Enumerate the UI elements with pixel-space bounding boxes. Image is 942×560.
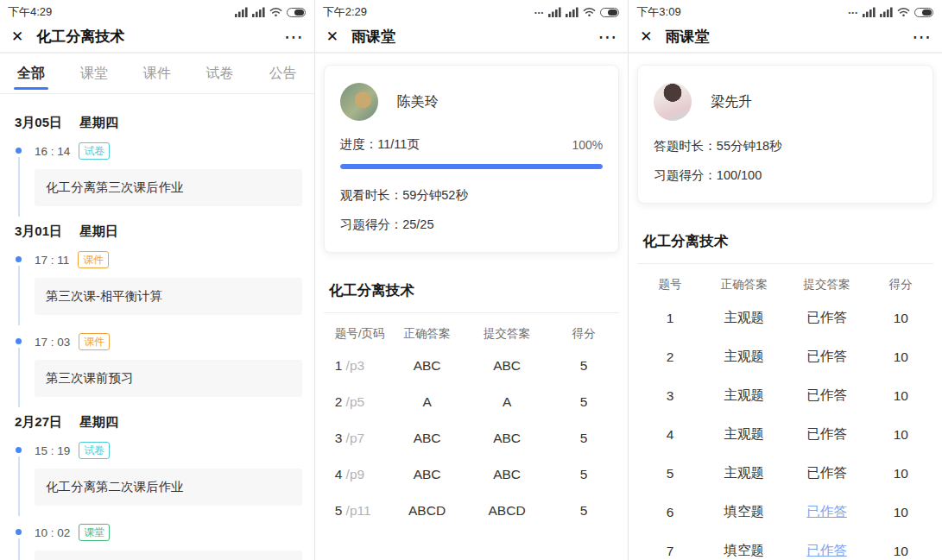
more-menu-icon[interactable]: ⋯	[284, 32, 303, 41]
correct-answer-cell: ABCD	[389, 503, 465, 519]
table-row: 5主观题已作答10	[637, 454, 933, 493]
score-cell: 5	[548, 503, 619, 519]
event-title[interactable]: 第三次课-相平衡计算	[35, 278, 302, 315]
table-row: 4 /p9ABCABC5	[324, 456, 620, 493]
question-number-cell: 7	[637, 544, 702, 559]
more-menu-icon[interactable]: ⋯	[912, 32, 931, 41]
more-status-icon: •••	[534, 9, 544, 16]
page-ref: /p7	[346, 431, 365, 445]
answer-time: 答题时长：55分钟18秒	[654, 138, 917, 154]
weekday-text: 星期日	[79, 223, 118, 240]
question-number: 2	[335, 394, 346, 409]
signal-icon	[566, 7, 578, 17]
table-row: 1主观题已作答10	[637, 299, 933, 337]
submitted-answer-cell: ABC	[465, 467, 548, 482]
tab-公告[interactable]: 公告	[269, 53, 297, 93]
event-time: 17 : 03	[35, 336, 70, 349]
avatar	[340, 83, 378, 121]
timeline-item: 17 : 03课件第三次课前预习	[12, 332, 302, 397]
page-ref: /p11	[346, 503, 371, 518]
submitted-answer-cell: ABC	[465, 431, 548, 446]
exercise-score: 习题得分：100/100	[654, 167, 917, 184]
tab-全部[interactable]: 全部	[17, 53, 45, 93]
timeline-date-heading: 3月05日星期四	[15, 115, 302, 131]
col-header: 提交答案	[786, 277, 869, 293]
nav-bar: ✕ 雨课堂 ⋯	[315, 21, 629, 53]
exam-questions-table: 题号正确答案提交答案得分1主观题已作答102主观题已作答103主观题已作答104…	[637, 263, 933, 560]
col-header: 题号/页码	[324, 326, 389, 342]
status-time: 下午2:29	[323, 4, 367, 20]
submitted-answer-cell[interactable]: 已作答	[786, 542, 869, 560]
question-number: 3	[335, 431, 346, 445]
screen-course-timeline: 下午4:29 ✕ 化工分离技术 ⋯ 全部课堂课件试卷公告 3月05日星期四16 …	[0, 0, 314, 560]
signal-icon	[880, 7, 893, 17]
question-number: 1	[335, 358, 346, 373]
score-cell: 10	[869, 427, 933, 443]
score-cell: 10	[869, 388, 933, 404]
score-cell: 5	[548, 467, 619, 482]
timeline-item: 17 : 11课件第三次课-相平衡计算	[12, 250, 302, 315]
wifi-icon	[897, 7, 910, 17]
date-text: 3月01日	[15, 223, 62, 240]
nav-bar: ✕ 雨课堂 ⋯	[629, 21, 942, 53]
timeline-date-heading: 3月01日星期日	[15, 223, 302, 240]
page-title: 化工分离技术	[36, 27, 124, 47]
progress-label: 进度：11/11页	[340, 136, 420, 153]
nav-bar: ✕ 化工分离技术 ⋯	[0, 21, 314, 53]
event-type-badge: 试卷	[79, 142, 110, 160]
tab-课件[interactable]: 课件	[143, 53, 171, 93]
close-icon[interactable]: ✕	[640, 29, 652, 44]
submitted-answer-cell: ABCD	[465, 503, 548, 519]
tab-课堂[interactable]: 课堂	[80, 53, 108, 93]
progress-bar	[340, 164, 604, 169]
table-header-row: 题号/页码正确答案提交答案得分	[324, 313, 620, 348]
submitted-answer-cell: 已作答	[786, 387, 869, 405]
status-time: 下午4:29	[8, 4, 52, 20]
battery-icon	[287, 8, 306, 17]
status-time: 下午3:09	[636, 4, 680, 20]
question-number: 4	[335, 467, 346, 481]
status-icons: •••	[534, 7, 619, 17]
timeline-item: 10 : 02课堂第二次课-简述精馏	[12, 523, 302, 560]
correct-answer-cell: ABC	[389, 467, 465, 482]
close-icon[interactable]: ✕	[326, 29, 338, 44]
status-bar: 下午4:29	[0, 0, 314, 21]
question-number-cell: 6	[637, 505, 702, 520]
event-title[interactable]: 第三次课前预习	[35, 360, 302, 397]
weekday-text: 星期四	[79, 414, 118, 431]
question-number-cell: 2 /p5	[324, 394, 389, 410]
score-cell: 10	[869, 311, 933, 326]
submitted-answer-cell: ABC	[465, 358, 548, 374]
weekday-text: 星期四	[79, 115, 118, 131]
question-number: 5	[335, 503, 346, 518]
col-header: 得分	[869, 277, 933, 293]
page-title: 雨课堂	[666, 27, 710, 47]
timeline-item: 16 : 14试卷化工分离第三次课后作业	[12, 142, 302, 206]
student-identity: 梁先升	[654, 79, 917, 135]
tab-试卷[interactable]: 试卷	[206, 53, 234, 93]
timeline-item-header: 16 : 14试卷	[35, 142, 302, 160]
event-type-badge: 课件	[79, 333, 110, 350]
status-bar: 下午2:29 •••	[315, 0, 629, 21]
question-number-cell: 1 /p3	[324, 358, 389, 374]
col-header: 正确答案	[703, 277, 786, 293]
col-header: 题号	[637, 277, 702, 293]
date-text: 2月27日	[15, 414, 62, 431]
col-header: 正确答案	[389, 326, 465, 342]
timeline-date-heading: 2月27日星期四	[15, 414, 302, 431]
student-report-card: 陈美玲 进度：11/11页 100% 观看时长：59分钟52秒 习题得分：25/…	[324, 65, 620, 253]
question-number-cell: 1	[637, 311, 702, 326]
close-icon[interactable]: ✕	[11, 29, 23, 44]
event-title[interactable]: 化工分离第三次课后作业	[35, 169, 302, 206]
signal-icon	[235, 7, 248, 17]
submitted-answer-cell: 已作答	[786, 425, 869, 444]
event-title[interactable]: 化工分离第二次课后作业	[35, 469, 302, 506]
more-menu-icon[interactable]: ⋯	[597, 32, 616, 41]
status-bar: 下午3:09 •••	[629, 0, 942, 21]
correct-answer-cell: 主观题	[703, 387, 786, 405]
tab-bar: 全部课堂课件试卷公告	[0, 53, 314, 94]
screen-video-report: 下午2:29 ••• ✕ 雨课堂 ⋯ 陈美玲 进度：11/11页 100% 观看…	[314, 0, 629, 560]
battery-icon	[600, 8, 619, 17]
event-title[interactable]: 第二次课-简述精馏	[35, 551, 302, 560]
submitted-answer-cell[interactable]: 已作答	[786, 503, 869, 521]
